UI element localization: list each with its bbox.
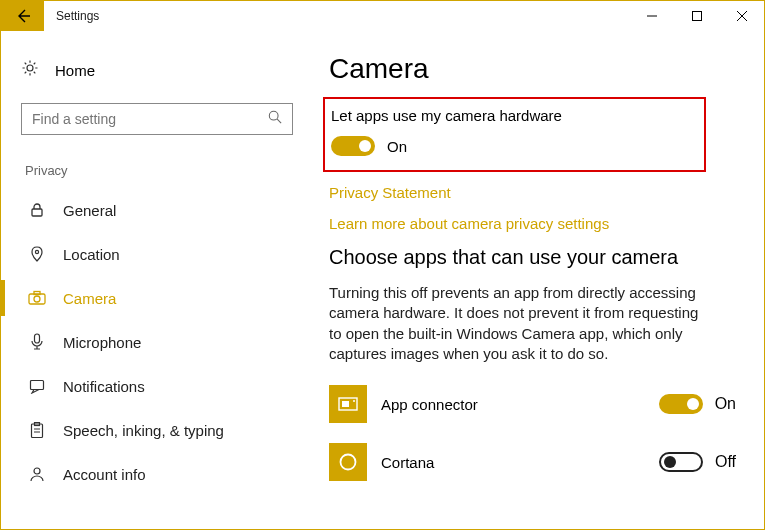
sidebar-item-label: Microphone [63, 334, 141, 351]
app-toggle-state: Off [715, 453, 736, 471]
home-label: Home [55, 62, 95, 79]
clipboard-icon [25, 422, 49, 439]
sidebar-item-general[interactable]: General [1, 188, 311, 232]
svg-point-9 [34, 296, 40, 302]
svg-rect-10 [34, 292, 40, 295]
close-button[interactable] [719, 1, 764, 31]
sidebar-item-label: General [63, 202, 116, 219]
svg-point-7 [35, 250, 38, 253]
privacy-statement-link[interactable]: Privacy Statement [329, 184, 736, 201]
app-label: App connector [381, 396, 659, 413]
svg-rect-6 [32, 209, 42, 216]
gear-icon [21, 59, 39, 81]
let-apps-state: On [387, 138, 407, 155]
cortana-icon [329, 443, 367, 481]
location-icon [25, 246, 49, 262]
section-header-privacy: Privacy [1, 135, 311, 188]
svg-point-21 [341, 455, 356, 470]
microphone-icon [25, 333, 49, 351]
sidebar-item-label: Account info [63, 466, 146, 483]
home-button[interactable]: Home [1, 49, 311, 91]
arrow-left-icon [14, 7, 32, 25]
sidebar-item-speech[interactable]: Speech, inking, & typing [1, 408, 311, 452]
svg-rect-12 [31, 381, 44, 390]
main-panel: Camera Let apps use my camera hardware O… [311, 31, 764, 529]
camera-icon [25, 290, 49, 306]
app-row-app-connector: App connector On [329, 382, 736, 426]
let-apps-toggle[interactable] [331, 136, 375, 156]
sidebar-item-label: Location [63, 246, 120, 263]
notifications-icon [25, 378, 49, 394]
page-title: Camera [329, 53, 736, 85]
let-apps-label: Let apps use my camera hardware [331, 107, 690, 124]
sidebar-item-camera[interactable]: Camera [1, 276, 311, 320]
app-row-cortana: Cortana Off [329, 440, 736, 484]
window-controls [629, 1, 764, 31]
settings-window: Settings Home Pri [0, 0, 765, 530]
app-toggle-state: On [715, 395, 736, 413]
svg-point-4 [269, 111, 278, 120]
minimize-button[interactable] [629, 1, 674, 31]
svg-point-17 [34, 468, 40, 474]
sidebar-item-microphone[interactable]: Microphone [1, 320, 311, 364]
svg-rect-1 [692, 12, 701, 21]
maximize-button[interactable] [674, 1, 719, 31]
svg-point-20 [353, 400, 355, 402]
learn-more-link[interactable]: Learn more about camera privacy settings [329, 215, 736, 232]
sidebar-item-label: Notifications [63, 378, 145, 395]
sidebar-item-account[interactable]: Account info [1, 452, 311, 496]
app-connector-toggle[interactable] [659, 394, 703, 414]
account-icon [25, 466, 49, 482]
search-field[interactable] [32, 111, 268, 127]
choose-apps-description: Turning this off prevents an app from di… [329, 283, 709, 364]
highlight-box: Let apps use my camera hardware On [323, 97, 706, 172]
sidebar-item-label: Speech, inking, & typing [63, 422, 224, 439]
svg-rect-19 [342, 401, 349, 407]
svg-line-5 [277, 119, 281, 123]
svg-rect-11 [35, 334, 40, 343]
window-title: Settings [56, 9, 99, 23]
search-icon [268, 110, 282, 128]
choose-apps-header: Choose apps that can use your camera [329, 246, 736, 269]
app-connector-icon [329, 385, 367, 423]
cortana-toggle[interactable] [659, 452, 703, 472]
back-button[interactable] [1, 1, 44, 31]
sidebar-item-notifications[interactable]: Notifications [1, 364, 311, 408]
titlebar: Settings [1, 1, 764, 31]
lock-icon [25, 202, 49, 218]
app-label: Cortana [381, 454, 659, 471]
sidebar-item-label: Camera [63, 290, 116, 307]
search-input[interactable] [21, 103, 293, 135]
sidebar-item-location[interactable]: Location [1, 232, 311, 276]
sidebar: Home Privacy General Location [1, 31, 311, 529]
